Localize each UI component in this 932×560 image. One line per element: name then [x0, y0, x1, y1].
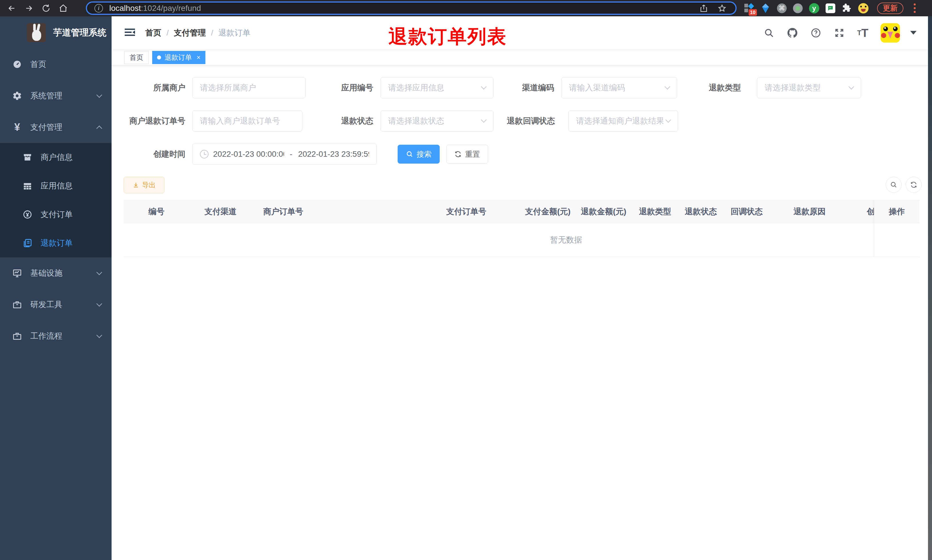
chevron-down-icon [96, 92, 102, 98]
col-refund-reason: 退款原因 [769, 206, 850, 217]
home-icon[interactable] [58, 3, 69, 14]
extensions-puzzle-icon[interactable] [841, 3, 852, 14]
extension-command-icon[interactable]: ⌘ [777, 3, 787, 13]
breadcrumb-pay[interactable]: 支付管理 [174, 28, 206, 38]
extension-circle-icon[interactable] [793, 3, 803, 13]
create-time-label: 创建时间 [124, 149, 192, 160]
forward-icon[interactable] [23, 3, 34, 14]
page-content: 所属商户 应用编号 请选择应用信息 渠道编码 请输入渠道编码 退款类型 请选择退… [112, 66, 928, 257]
create-time-range-picker[interactable]: 2022-01-23 00:00:00 - 2022-01-23 23:59:5… [192, 143, 377, 165]
sidebar-item-dev-tools[interactable]: 研发工具 [0, 289, 112, 320]
sidebar-item-label: 支付订单 [41, 209, 73, 220]
github-icon[interactable] [787, 27, 798, 38]
browser-menu-icon[interactable] [914, 3, 916, 13]
refund-type-select[interactable]: 请选择退款类型 [757, 77, 861, 98]
reload-icon[interactable] [41, 3, 51, 14]
avatar-caret-icon[interactable] [910, 31, 917, 35]
search-button-label: 搜索 [417, 149, 432, 159]
help-icon[interactable] [810, 27, 821, 38]
sidebar-item-label: 研发工具 [30, 299, 62, 310]
col-id: 编号 [124, 206, 189, 217]
fullscreen-icon[interactable] [834, 27, 845, 38]
notify-status-select[interactable]: 请选择通知商户退款结果的 [568, 111, 678, 132]
pay-circle-icon [22, 209, 32, 220]
chrome-update-button[interactable]: 更新 [877, 3, 903, 14]
search-button[interactable]: 搜索 [398, 145, 440, 164]
col-actions: 操作 [874, 200, 920, 223]
refund-type-placeholder: 请选择退款类型 [764, 82, 846, 93]
app-select[interactable]: 请选择应用信息 [380, 77, 494, 98]
chevron-down-icon [665, 117, 671, 123]
clock-icon [200, 150, 209, 158]
sidebar-item-pay[interactable]: ¥ 支付管理 [0, 112, 112, 143]
tag-home[interactable]: 首页 [124, 51, 149, 64]
show-search-toggle-button[interactable] [886, 177, 902, 193]
site-info-icon[interactable]: i [94, 4, 103, 12]
refund-type-label: 退款类型 [677, 82, 757, 93]
sidebar-item-system[interactable]: 系统管理 [0, 80, 112, 112]
refund-status-label: 退款状态 [302, 115, 380, 126]
channel-select[interactable]: 请输入渠道编码 [561, 77, 677, 98]
sidebar-item-app-info[interactable]: 应用信息 [0, 172, 112, 200]
chevron-down-icon [96, 332, 102, 338]
refund-status-select[interactable]: 请选择退款状态 [380, 111, 494, 132]
breadcrumb-home[interactable]: 首页 [145, 28, 161, 38]
chevron-down-icon [96, 301, 102, 306]
reset-button[interactable]: 重置 [446, 145, 488, 164]
chevron-down-icon [481, 117, 487, 123]
refresh-table-button[interactable] [906, 177, 922, 193]
sidebar: 芋道管理系统 首页 系统管理 ¥ 支付管理 商户信息 [0, 16, 112, 560]
sidebar-item-workflow[interactable]: 工作流程 [0, 320, 112, 352]
extension-chat-icon[interactable] [826, 3, 835, 13]
sidebar-item-home[interactable]: 首页 [0, 49, 112, 80]
col-callback-status: 回调状态 [724, 206, 769, 217]
url-bar[interactable]: i localhost:1024/pay/refund [86, 2, 737, 15]
extension-y-icon[interactable]: y [809, 3, 819, 14]
briefcase-icon [12, 300, 22, 310]
avatar[interactable] [881, 23, 900, 43]
yen-icon: ¥ [12, 122, 22, 132]
breadcrumb-current: 退款订单 [218, 28, 251, 38]
col-pay-channel: 支付渠道 [189, 206, 252, 217]
date-range-separator: - [290, 149, 292, 159]
back-icon[interactable] [6, 3, 17, 14]
tags-view: 首页 退款订单 × [112, 49, 928, 66]
app-placeholder: 请选择应用信息 [388, 82, 479, 93]
merchant-input[interactable] [192, 77, 306, 98]
app-logo [27, 23, 46, 42]
export-button[interactable]: 导出 [124, 177, 165, 193]
sidebar-item-refund-order[interactable]: 退款订单 [0, 229, 112, 257]
sidebar-toggle-icon[interactable] [124, 26, 137, 39]
search-icon [890, 181, 897, 188]
col-refund-status: 退款状态 [678, 206, 724, 217]
extension-emoji-icon[interactable] [858, 3, 869, 14]
reset-button-label: 重置 [465, 149, 480, 159]
bookmark-star-icon[interactable] [718, 4, 726, 12]
search-icon[interactable] [763, 27, 775, 38]
tag-refund-order[interactable]: 退款订单 × [152, 51, 205, 64]
filter-row-3: 创建时间 2022-01-23 00:00:00 - 2022-01-23 23… [124, 143, 928, 165]
extension-kite-icon[interactable] [760, 3, 771, 14]
notify-status-label: 退款回调状态 [494, 115, 568, 126]
sidebar-item-infra[interactable]: 基础设施 [0, 257, 112, 289]
sidebar-item-merchant-info[interactable]: 商户信息 [0, 143, 112, 172]
channel-placeholder: 请输入渠道编码 [569, 82, 663, 93]
chevron-down-icon [96, 269, 102, 275]
sidebar-item-pay-order[interactable]: 支付订单 [0, 200, 112, 229]
extension-grid-icon[interactable]: 10 [744, 3, 754, 14]
url-path: :1024/pay/refund [141, 4, 201, 12]
font-size-icon[interactable]: TT [857, 27, 869, 38]
export-button-label: 导出 [142, 180, 156, 189]
col-merchant-order-no: 商户订单号 [252, 206, 412, 217]
tag-close-icon[interactable]: × [197, 54, 200, 61]
breadcrumb-separator: / [211, 28, 214, 37]
app-logo-row[interactable]: 芋道管理系统 [0, 16, 112, 49]
refresh-icon [910, 181, 917, 188]
merchant-refund-no-input[interactable] [192, 111, 302, 132]
sidebar-item-label: 基础设施 [30, 268, 62, 278]
breadcrumb-separator: / [166, 28, 169, 37]
pay-submenu: 商户信息 应用信息 支付订单 退款订单 [0, 143, 112, 257]
refund-table: 编号 支付渠道 商户订单号 支付订单号 支付金额(元) 退款金额(元) 退款类型… [124, 200, 920, 257]
share-icon[interactable] [700, 4, 708, 12]
tag-label: 退款订单 [165, 53, 192, 62]
